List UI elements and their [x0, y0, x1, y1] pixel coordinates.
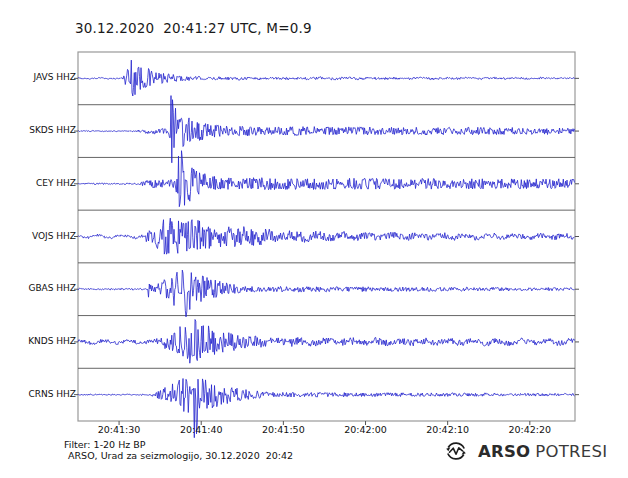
seismogram-plot: JAVS HHZSKDS HHZCEY HHZVOJS HHZGBAS HHZK…	[0, 0, 628, 478]
waveform-trace-vojs	[78, 218, 575, 254]
waveform-trace-cey	[78, 151, 575, 207]
arso-potresi-logo: ARSOPOTRESI	[443, 437, 608, 465]
x-tick-label: 20:41:50	[253, 424, 313, 435]
brand-name-bold: ARSO	[478, 442, 530, 461]
station-label-crns: CRNS HHZ	[0, 389, 76, 399]
station-label-skds: SKDS HHZ	[0, 125, 76, 135]
brand-name-regular: POTRESI	[535, 442, 607, 461]
arso-swirl-icon	[443, 438, 469, 464]
station-label-vojs: VOJS HHZ	[0, 231, 76, 241]
station-label-javs: JAVS HHZ	[0, 72, 76, 82]
x-tick-label: 20:42:10	[418, 424, 478, 435]
plot-frame	[78, 52, 575, 421]
waveform-trace-javs	[78, 60, 575, 96]
x-tick-label: 20:42:20	[500, 424, 560, 435]
seismogram-traces-svg	[0, 0, 628, 478]
waveform-trace-skds	[78, 96, 575, 163]
x-tick-label: 20:41:40	[171, 424, 231, 435]
seismogram-page: 30.12.2020 20:41:27 UTC, M=0.9 JAVS HHZS…	[0, 0, 628, 478]
station-label-cey: CEY HHZ	[0, 178, 76, 188]
source-info: ARSO, Urad za seizmologijo, 30.12.2020 2…	[68, 450, 293, 461]
x-tick-label: 20:41:30	[89, 424, 149, 435]
x-tick-label: 20:42:00	[336, 424, 396, 435]
station-label-gbas: GBAS HHZ	[0, 283, 76, 293]
station-label-knds: KNDS HHZ	[0, 336, 76, 346]
waveform-trace-knds	[78, 320, 575, 364]
filter-info: Filter: 1-20 Hz BP	[64, 439, 146, 450]
brand-name: ARSOPOTRESI	[478, 442, 608, 461]
waveform-trace-gbas	[78, 270, 575, 317]
